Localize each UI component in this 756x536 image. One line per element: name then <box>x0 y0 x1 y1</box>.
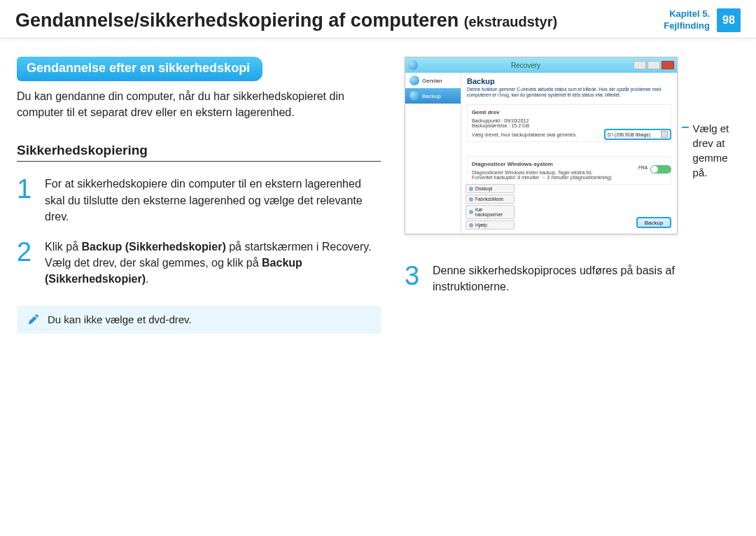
step-3: 3 Denne sikkerhedskopiproces udføres på … <box>405 262 739 295</box>
diagnose-title: Diagnosticer Windows-system <box>472 161 666 167</box>
step-2-line1-bold: Backup (Sikkerhedskopier) <box>81 241 225 253</box>
factory-icon <box>469 197 473 202</box>
backup-icon <box>410 91 419 101</box>
bottom-buttons: Diskkopi Fabriksbillede Kør backupserver… <box>465 183 514 230</box>
page-title: Gendannelse/sikkerhedskopiering af compu… <box>15 10 664 31</box>
title-main: Gendannelse/sikkerhedskopiering af compu… <box>15 10 458 31</box>
chapter-line1: Kapitel 5. <box>664 8 710 20</box>
sidebar-item-backup[interactable]: Backup <box>405 88 461 104</box>
drive-callout: Vælg et drev at gemme på. <box>682 121 739 180</box>
chevron-down-icon <box>661 131 668 138</box>
diagnose-line1: Diagnosticerer Windows inden backup. Tag… <box>472 170 666 175</box>
recovery-window: Recovery Gendan <box>405 57 678 234</box>
server-icon <box>469 210 473 214</box>
close-button[interactable] <box>662 61 674 69</box>
window-body: Gendan Backup Backup Denne funktion gemm… <box>405 73 677 234</box>
help-label: Hjælp <box>475 223 487 227</box>
disk-copy-label: Diskkopi <box>475 186 493 191</box>
chapter-label: Kapitel 5. Fejlfinding <box>664 8 710 32</box>
step-3-number: 3 <box>405 262 424 295</box>
title-sub: (ekstraudstyr) <box>464 14 557 29</box>
screenshot-wrap: Recovery Gendan <box>405 57 739 234</box>
restore-icon <box>410 76 419 85</box>
run-backup-button[interactable]: Kør backupserver <box>465 205 514 219</box>
window-titlebar: Recovery <box>405 57 677 73</box>
step-2-line2a: Vælg det drev, der skal gemmes, og klik … <box>45 257 262 269</box>
note-text: Du kan ikke vælge et dvd-drev. <box>48 313 192 325</box>
step-2-line2c: . <box>146 273 148 285</box>
step-1-number: 1 <box>17 176 36 225</box>
drive-select[interactable]: D:\ (296.9GB tilbage) <box>604 129 671 140</box>
diagnose-line2: Forventet backuptid: 8 minutter → 2 minu… <box>472 175 666 180</box>
sidebar-restore-label: Gendan <box>422 78 442 84</box>
page-header: Gendannelse/sikkerhedskopiering af compu… <box>0 0 756 38</box>
step-2-number: 2 <box>17 239 36 288</box>
factory-image-button[interactable]: Fabriksbillede <box>465 195 514 204</box>
backup-button[interactable]: Backup <box>636 217 671 228</box>
window-buttons <box>634 61 674 69</box>
step-2-line1a: Klik på <box>45 241 81 253</box>
diagnose-panel: Diagnosticer Windows-system Diagnosticer… <box>467 156 671 185</box>
step-1: 1 For at sikkerhedskopiere din computer … <box>17 176 381 225</box>
callout-text: Vælg et drev at gemme på. <box>693 121 739 180</box>
main-desc: Denne funktion gemmer C-drevets aktuelle… <box>467 87 671 99</box>
disk-copy-button[interactable]: Diskkopi <box>465 184 514 193</box>
diagnose-toggle[interactable] <box>650 165 671 174</box>
note-icon <box>27 313 41 327</box>
sidebar-backup-label: Backup <box>422 93 441 99</box>
backup-point: Backuppunkt : 09/10/2012 <box>472 118 666 123</box>
backup-size: Backupstørrelse : 15.2 GB <box>472 123 666 128</box>
maximize-button[interactable] <box>648 61 660 69</box>
page-number: 98 <box>717 8 741 32</box>
minimize-button[interactable] <box>634 61 646 69</box>
step-3-body: Denne sikkerhedskopiproces udføres på ba… <box>433 262 739 295</box>
right-column: Recovery Gendan <box>405 57 739 334</box>
saved-drive-title: Gemt drev <box>472 109 666 115</box>
step-2-line1c: på startskærmen i Recovery. <box>226 241 372 253</box>
step-1-body: For at sikkerhedskopiere din computer ti… <box>45 176 381 225</box>
step-2: 2 Klik på Backup (Sikkerhedskopier) på s… <box>17 239 381 288</box>
sidebar-item-restore[interactable]: Gendan <box>405 73 461 88</box>
help-button[interactable]: Hjælp <box>465 220 514 230</box>
factory-image-label: Fabriksbillede <box>475 197 503 202</box>
callout-line <box>682 127 689 128</box>
app-icon <box>408 60 418 70</box>
disk-icon <box>469 187 473 191</box>
step-2-body: Klik på Backup (Sikkerhedskopier) på sta… <box>45 239 381 288</box>
subheading: Sikkerhedskopiering <box>17 143 381 162</box>
section-intro: Du kan gendanne din computer, når du har… <box>17 88 381 120</box>
drive-select-value: D:\ (296.9GB tilbage) <box>608 132 650 137</box>
window-main: Backup Denne funktion gemmer C-drevets a… <box>461 73 677 234</box>
note-box: Du kan ikke vælge et dvd-drev. <box>17 306 381 334</box>
toggle-off-label: FRA <box>638 165 648 170</box>
main-heading: Backup <box>467 77 671 85</box>
window-title: Recovery <box>418 62 634 69</box>
left-column: Gendannelse efter en sikkerhedskopi Du k… <box>17 57 381 334</box>
backup-button-label: Backup <box>645 220 664 226</box>
section-heading-pill: Gendannelse efter en sikkerhedskopi <box>17 57 262 81</box>
run-backup-label: Kør backupserver <box>475 207 511 217</box>
window-sidebar: Gendan Backup <box>405 73 461 234</box>
help-icon <box>469 223 473 227</box>
chapter-line2: Fejlfinding <box>664 20 710 32</box>
